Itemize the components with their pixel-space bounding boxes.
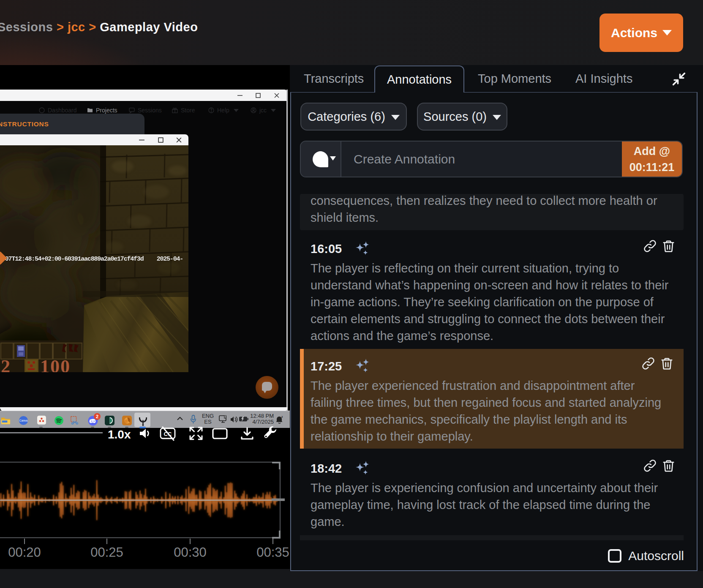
svg-text:Canva: Canva bbox=[19, 419, 28, 422]
svg-text:2: 2 bbox=[1, 356, 10, 372]
svg-text:100: 100 bbox=[40, 356, 71, 372]
svg-text:z: z bbox=[281, 415, 283, 418]
